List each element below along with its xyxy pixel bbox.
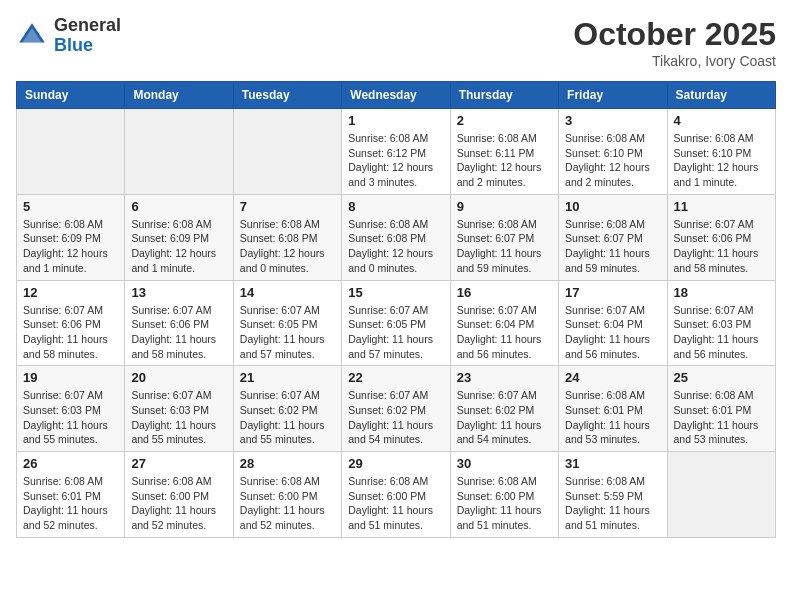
- day-info: Sunrise: 6:08 AMSunset: 6:00 PMDaylight:…: [457, 474, 552, 533]
- day-info: Sunrise: 6:07 AMSunset: 6:02 PMDaylight:…: [240, 388, 335, 447]
- day-number: 6: [131, 199, 226, 214]
- day-info: Sunrise: 6:07 AMSunset: 6:03 PMDaylight:…: [23, 388, 118, 447]
- day-info: Sunrise: 6:08 AMSunset: 5:59 PMDaylight:…: [565, 474, 660, 533]
- calendar-cell: 3Sunrise: 6:08 AMSunset: 6:10 PMDaylight…: [559, 109, 667, 195]
- calendar-cell: 12Sunrise: 6:07 AMSunset: 6:06 PMDayligh…: [17, 280, 125, 366]
- day-number: 9: [457, 199, 552, 214]
- day-info: Sunrise: 6:07 AMSunset: 6:06 PMDaylight:…: [23, 303, 118, 362]
- weekday-header-friday: Friday: [559, 82, 667, 109]
- calendar-cell: 16Sunrise: 6:07 AMSunset: 6:04 PMDayligh…: [450, 280, 558, 366]
- day-number: 5: [23, 199, 118, 214]
- day-info: Sunrise: 6:08 AMSunset: 6:01 PMDaylight:…: [23, 474, 118, 533]
- calendar-cell: 31Sunrise: 6:08 AMSunset: 5:59 PMDayligh…: [559, 452, 667, 538]
- month-title: October 2025: [573, 16, 776, 53]
- calendar-cell: 6Sunrise: 6:08 AMSunset: 6:09 PMDaylight…: [125, 194, 233, 280]
- day-info: Sunrise: 6:08 AMSunset: 6:00 PMDaylight:…: [131, 474, 226, 533]
- day-number: 23: [457, 370, 552, 385]
- calendar-cell: 13Sunrise: 6:07 AMSunset: 6:06 PMDayligh…: [125, 280, 233, 366]
- day-number: 22: [348, 370, 443, 385]
- day-info: Sunrise: 6:08 AMSunset: 6:00 PMDaylight:…: [240, 474, 335, 533]
- logo: General Blue: [16, 16, 121, 56]
- day-info: Sunrise: 6:07 AMSunset: 6:03 PMDaylight:…: [674, 303, 769, 362]
- day-number: 21: [240, 370, 335, 385]
- calendar-cell: 28Sunrise: 6:08 AMSunset: 6:00 PMDayligh…: [233, 452, 341, 538]
- calendar-cell: 21Sunrise: 6:07 AMSunset: 6:02 PMDayligh…: [233, 366, 341, 452]
- calendar-cell: [125, 109, 233, 195]
- calendar-cell: 11Sunrise: 6:07 AMSunset: 6:06 PMDayligh…: [667, 194, 775, 280]
- weekday-header-sunday: Sunday: [17, 82, 125, 109]
- weekday-header-monday: Monday: [125, 82, 233, 109]
- calendar-cell: 20Sunrise: 6:07 AMSunset: 6:03 PMDayligh…: [125, 366, 233, 452]
- calendar-cell: 2Sunrise: 6:08 AMSunset: 6:11 PMDaylight…: [450, 109, 558, 195]
- calendar-cell: 26Sunrise: 6:08 AMSunset: 6:01 PMDayligh…: [17, 452, 125, 538]
- weekday-header-row: SundayMondayTuesdayWednesdayThursdayFrid…: [17, 82, 776, 109]
- day-number: 17: [565, 285, 660, 300]
- calendar-cell: [667, 452, 775, 538]
- day-info: Sunrise: 6:08 AMSunset: 6:10 PMDaylight:…: [674, 131, 769, 190]
- calendar-cell: 27Sunrise: 6:08 AMSunset: 6:00 PMDayligh…: [125, 452, 233, 538]
- day-info: Sunrise: 6:08 AMSunset: 6:08 PMDaylight:…: [240, 217, 335, 276]
- calendar-cell: 23Sunrise: 6:07 AMSunset: 6:02 PMDayligh…: [450, 366, 558, 452]
- day-number: 7: [240, 199, 335, 214]
- day-number: 4: [674, 113, 769, 128]
- day-number: 18: [674, 285, 769, 300]
- calendar-week-5: 26Sunrise: 6:08 AMSunset: 6:01 PMDayligh…: [17, 452, 776, 538]
- day-number: 14: [240, 285, 335, 300]
- day-info: Sunrise: 6:07 AMSunset: 6:05 PMDaylight:…: [348, 303, 443, 362]
- day-number: 29: [348, 456, 443, 471]
- calendar-cell: 30Sunrise: 6:08 AMSunset: 6:00 PMDayligh…: [450, 452, 558, 538]
- logo-icon: [16, 20, 48, 52]
- calendar-cell: [17, 109, 125, 195]
- calendar-cell: 24Sunrise: 6:08 AMSunset: 6:01 PMDayligh…: [559, 366, 667, 452]
- day-info: Sunrise: 6:08 AMSunset: 6:10 PMDaylight:…: [565, 131, 660, 190]
- location: Tikakro, Ivory Coast: [573, 53, 776, 69]
- day-number: 15: [348, 285, 443, 300]
- calendar-table: SundayMondayTuesdayWednesdayThursdayFrid…: [16, 81, 776, 538]
- day-number: 3: [565, 113, 660, 128]
- calendar-cell: 22Sunrise: 6:07 AMSunset: 6:02 PMDayligh…: [342, 366, 450, 452]
- day-info: Sunrise: 6:08 AMSunset: 6:09 PMDaylight:…: [23, 217, 118, 276]
- calendar-cell: 7Sunrise: 6:08 AMSunset: 6:08 PMDaylight…: [233, 194, 341, 280]
- day-number: 30: [457, 456, 552, 471]
- calendar-cell: 10Sunrise: 6:08 AMSunset: 6:07 PMDayligh…: [559, 194, 667, 280]
- weekday-header-tuesday: Tuesday: [233, 82, 341, 109]
- calendar-cell: 1Sunrise: 6:08 AMSunset: 6:12 PMDaylight…: [342, 109, 450, 195]
- calendar-cell: 5Sunrise: 6:08 AMSunset: 6:09 PMDaylight…: [17, 194, 125, 280]
- calendar-cell: 17Sunrise: 6:07 AMSunset: 6:04 PMDayligh…: [559, 280, 667, 366]
- calendar-cell: 15Sunrise: 6:07 AMSunset: 6:05 PMDayligh…: [342, 280, 450, 366]
- day-info: Sunrise: 6:08 AMSunset: 6:07 PMDaylight:…: [565, 217, 660, 276]
- day-info: Sunrise: 6:07 AMSunset: 6:04 PMDaylight:…: [457, 303, 552, 362]
- day-info: Sunrise: 6:08 AMSunset: 6:09 PMDaylight:…: [131, 217, 226, 276]
- calendar-cell: 18Sunrise: 6:07 AMSunset: 6:03 PMDayligh…: [667, 280, 775, 366]
- day-number: 1: [348, 113, 443, 128]
- calendar-cell: 19Sunrise: 6:07 AMSunset: 6:03 PMDayligh…: [17, 366, 125, 452]
- day-info: Sunrise: 6:07 AMSunset: 6:06 PMDaylight:…: [674, 217, 769, 276]
- calendar-cell: 14Sunrise: 6:07 AMSunset: 6:05 PMDayligh…: [233, 280, 341, 366]
- day-info: Sunrise: 6:08 AMSunset: 6:00 PMDaylight:…: [348, 474, 443, 533]
- day-number: 27: [131, 456, 226, 471]
- weekday-header-saturday: Saturday: [667, 82, 775, 109]
- calendar-cell: 4Sunrise: 6:08 AMSunset: 6:10 PMDaylight…: [667, 109, 775, 195]
- weekday-header-wednesday: Wednesday: [342, 82, 450, 109]
- day-number: 8: [348, 199, 443, 214]
- day-number: 2: [457, 113, 552, 128]
- logo-text: General Blue: [54, 16, 121, 56]
- calendar-cell: 25Sunrise: 6:08 AMSunset: 6:01 PMDayligh…: [667, 366, 775, 452]
- calendar-cell: 29Sunrise: 6:08 AMSunset: 6:00 PMDayligh…: [342, 452, 450, 538]
- day-number: 20: [131, 370, 226, 385]
- day-info: Sunrise: 6:07 AMSunset: 6:04 PMDaylight:…: [565, 303, 660, 362]
- day-info: Sunrise: 6:08 AMSunset: 6:07 PMDaylight:…: [457, 217, 552, 276]
- day-info: Sunrise: 6:08 AMSunset: 6:01 PMDaylight:…: [565, 388, 660, 447]
- weekday-header-thursday: Thursday: [450, 82, 558, 109]
- day-number: 31: [565, 456, 660, 471]
- day-info: Sunrise: 6:07 AMSunset: 6:06 PMDaylight:…: [131, 303, 226, 362]
- day-number: 25: [674, 370, 769, 385]
- day-info: Sunrise: 6:08 AMSunset: 6:12 PMDaylight:…: [348, 131, 443, 190]
- day-info: Sunrise: 6:07 AMSunset: 6:05 PMDaylight:…: [240, 303, 335, 362]
- day-info: Sunrise: 6:08 AMSunset: 6:11 PMDaylight:…: [457, 131, 552, 190]
- day-number: 16: [457, 285, 552, 300]
- calendar-week-1: 1Sunrise: 6:08 AMSunset: 6:12 PMDaylight…: [17, 109, 776, 195]
- calendar-week-3: 12Sunrise: 6:07 AMSunset: 6:06 PMDayligh…: [17, 280, 776, 366]
- calendar-week-4: 19Sunrise: 6:07 AMSunset: 6:03 PMDayligh…: [17, 366, 776, 452]
- day-number: 28: [240, 456, 335, 471]
